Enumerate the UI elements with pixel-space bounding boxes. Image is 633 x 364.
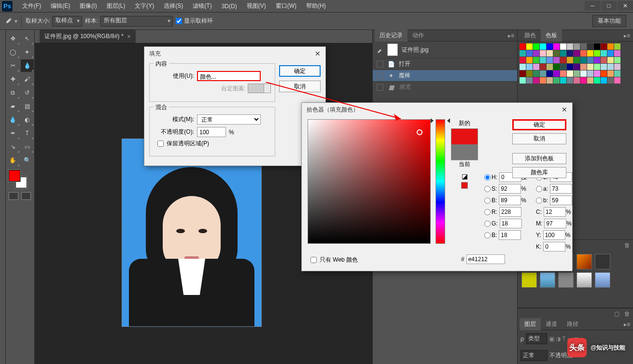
s-radio[interactable] [484, 186, 491, 192]
close-button[interactable]: ✕ [618, 1, 633, 11]
swatch[interactable] [574, 50, 580, 56]
swatch[interactable] [587, 64, 593, 70]
swatch[interactable] [587, 70, 593, 77]
menu-filter[interactable]: 滤镜(T) [188, 2, 216, 10]
c-input[interactable] [544, 207, 566, 217]
swatch[interactable] [526, 57, 533, 63]
swatch[interactable] [607, 77, 614, 84]
cancel-button[interactable]: 取消 [279, 81, 321, 92]
swatch[interactable] [526, 77, 533, 84]
history-source[interactable]: 证件照.jpg [373, 42, 517, 58]
layer-kind-select[interactable]: 类型 [526, 333, 547, 344]
swatch[interactable] [553, 57, 560, 63]
trash-icon[interactable]: 🗑 [624, 310, 630, 317]
path-tool[interactable]: ↘ [6, 140, 20, 153]
swatch[interactable] [560, 64, 566, 70]
tab-paths[interactable]: 路径 [562, 318, 583, 330]
layer-blend-select[interactable]: 正常 [520, 350, 548, 361]
preset-item[interactable] [595, 272, 610, 288]
swatch[interactable] [547, 77, 553, 84]
swatch[interactable] [580, 64, 587, 70]
b-radio[interactable] [484, 197, 491, 204]
close-icon[interactable]: ✕ [315, 50, 321, 57]
swatch[interactable] [547, 50, 553, 56]
panel-menu-icon[interactable]: ▸≡ [621, 32, 633, 39]
swatch[interactable] [580, 57, 587, 63]
swatch[interactable] [540, 77, 546, 84]
swatch[interactable] [560, 50, 566, 56]
swatch[interactable] [594, 43, 600, 50]
menu-file[interactable]: 文件(F) [17, 2, 46, 10]
swatch[interactable] [567, 57, 573, 63]
minimize-button[interactable]: ─ [585, 1, 600, 11]
crop-tool[interactable]: ✂ [6, 59, 20, 72]
picker-cancel-button[interactable]: 取消 [512, 133, 566, 144]
swatch[interactable] [520, 57, 526, 63]
foreground-color[interactable] [9, 170, 20, 182]
close-tab-icon[interactable]: × [127, 33, 131, 40]
swatch[interactable] [601, 70, 607, 77]
hue-slider[interactable] [436, 119, 445, 244]
maximize-button[interactable]: □ [601, 1, 617, 11]
swatch[interactable] [587, 77, 593, 84]
swatch[interactable] [533, 70, 539, 77]
swatch[interactable] [574, 57, 580, 63]
swatch[interactable] [533, 43, 539, 50]
menu-edit[interactable]: 编辑(E) [46, 2, 75, 10]
swatch[interactable] [607, 57, 614, 63]
workspace-button[interactable]: 基本功能 [592, 15, 626, 27]
artboard-tool[interactable]: ↖ [21, 32, 34, 45]
swatch[interactable] [607, 50, 614, 56]
menu-help[interactable]: 帮助(H) [301, 2, 331, 10]
tab-color[interactable]: 颜色 [520, 29, 541, 42]
g-input[interactable] [500, 219, 522, 228]
swatch[interactable] [560, 70, 566, 77]
swatch[interactable] [614, 43, 620, 50]
swatch[interactable] [567, 64, 573, 70]
screenmode-toggle[interactable] [21, 192, 31, 200]
h-radio[interactable] [484, 174, 491, 181]
tab-layers[interactable]: 图层 [520, 318, 541, 330]
m-input[interactable] [544, 219, 566, 228]
swatch[interactable] [587, 57, 593, 63]
swatch[interactable] [526, 43, 533, 50]
shape-tool[interactable]: ▭ [21, 140, 34, 153]
swatch[interactable] [601, 57, 607, 63]
swatch[interactable] [574, 70, 580, 77]
menu-window[interactable]: 窗口(W) [271, 2, 301, 10]
menu-view[interactable]: 视图(V) [242, 2, 271, 10]
hand-tool[interactable]: ✋ [6, 154, 20, 167]
quickmask-toggle[interactable] [9, 192, 18, 200]
swatch[interactable] [540, 50, 546, 56]
swatch[interactable] [540, 64, 546, 70]
history-item-wand[interactable]: ✦魔棒 [373, 70, 517, 81]
menu-type[interactable]: 文字(Y) [130, 2, 159, 10]
bb-radio[interactable] [536, 197, 542, 204]
swatch[interactable] [594, 64, 600, 70]
history-item-open[interactable]: 📄打开 [373, 58, 517, 70]
panel-menu-icon[interactable]: ▸≡ [621, 321, 633, 328]
swatch[interactable] [614, 50, 620, 56]
preset-item[interactable] [577, 254, 592, 269]
swatch[interactable] [594, 50, 600, 56]
swatch[interactable] [580, 50, 587, 56]
swatch[interactable] [520, 43, 526, 50]
brush-tool[interactable]: 🖌 [21, 73, 34, 85]
swatch[interactable] [567, 43, 573, 50]
gradient-tool[interactable]: ▤ [21, 100, 34, 112]
bb-input[interactable] [550, 196, 572, 205]
type-tool[interactable]: T [21, 127, 34, 140]
mode-select[interactable]: 正常 [197, 114, 261, 125]
show-ring-checkbox[interactable] [176, 18, 182, 24]
cube-icon[interactable]: ◪ [450, 172, 479, 180]
preset-item[interactable] [558, 272, 574, 288]
s-input[interactable] [499, 184, 521, 194]
websafe-swatch[interactable] [461, 182, 468, 189]
swatch[interactable] [574, 43, 580, 50]
swatch[interactable] [553, 50, 560, 56]
swatch[interactable] [614, 64, 620, 70]
menu-3d[interactable]: 3D(D) [217, 3, 242, 10]
lasso-tool[interactable]: ◯ [6, 46, 20, 58]
tab-history[interactable]: 历史记录 [375, 29, 408, 42]
swatch[interactable] [520, 77, 526, 84]
